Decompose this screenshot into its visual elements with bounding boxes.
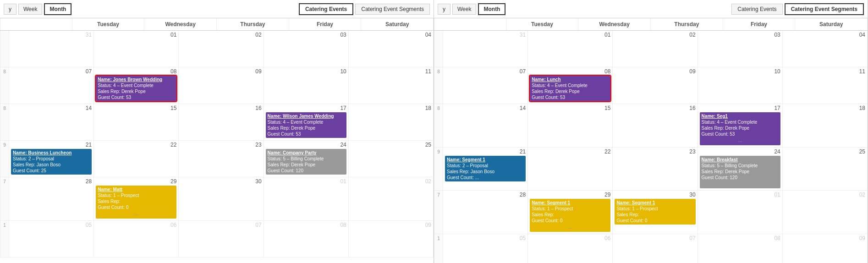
day-cell-3-2[interactable]: 23 <box>179 141 264 177</box>
event-guests: Guest Count: 120 <box>268 168 345 174</box>
day-cell-2-0[interactable]: 14 <box>443 104 528 148</box>
day-cell-5-0[interactable]: 05 <box>9 221 94 258</box>
day-cell-3-0[interactable]: 21Name: Business LuncheonStatus: 2 – Pro… <box>9 141 94 177</box>
tab-catering-event-segments[interactable]: Catering Event Segments <box>355 4 430 15</box>
tab-catering-events[interactable]: Catering Events <box>731 4 782 15</box>
nav-btn-y[interactable]: y <box>4 4 16 15</box>
event-block-3-0-0[interactable]: Name: Business LuncheonStatus: 2 – Propo… <box>11 149 92 175</box>
day-cell-4-2[interactable]: 30 <box>179 177 264 221</box>
event-block-2-3-0[interactable]: Name: Wilson James WeddingStatus: 4 – Ev… <box>266 112 346 138</box>
day-cell-0-1[interactable]: 01 <box>528 31 613 67</box>
event-block-3-0-0[interactable]: Name: Segment 1Status: 2 – ProposalSales… <box>445 156 526 181</box>
nav-btn-y[interactable]: y <box>438 4 450 15</box>
day-cell-1-2[interactable]: 09 <box>179 67 264 104</box>
day-cell-4-3[interactable]: 01 <box>264 177 349 221</box>
week-num-5: 1 <box>0 221 9 258</box>
day-number: 31 <box>445 32 526 38</box>
tab-catering-events[interactable]: Catering Events <box>299 3 353 15</box>
day-cell-5-1[interactable]: 06 <box>528 234 613 263</box>
day-cell-5-0[interactable]: 05 <box>443 234 528 263</box>
event-block-3-3-0[interactable]: Name: Company PartyStatus: 5 – Billing C… <box>266 149 346 175</box>
day-cell-1-3[interactable]: 10 <box>698 67 783 104</box>
day-number: 06 <box>96 222 176 228</box>
day-cell-5-3[interactable]: 08 <box>698 234 783 263</box>
event-block-3-3-0[interactable]: Name: BreakfastStatus: 5 – Billing Compl… <box>700 156 780 189</box>
event-status: Status: 5 – Billing Complete <box>702 163 779 169</box>
day-number: 07 <box>11 68 92 75</box>
day-cell-2-4[interactable]: 18 <box>349 104 434 141</box>
day-number: 14 <box>11 105 92 111</box>
day-cell-1-0[interactable]: 07 <box>9 67 94 104</box>
day-cell-3-3[interactable]: 24Name: Company PartyStatus: 5 – Billing… <box>264 141 349 177</box>
day-cell-0-0[interactable]: 31 <box>9 31 94 67</box>
day-cell-4-0[interactable]: 28 <box>9 177 94 221</box>
event-guests: Guest Count: 0 <box>98 204 175 210</box>
day-cell-4-0[interactable]: 28 <box>443 191 528 234</box>
day-cell-2-3[interactable]: 17Name: Wilson James WeddingStatus: 4 – … <box>264 104 349 141</box>
day-cell-0-1[interactable]: 01 <box>94 31 179 67</box>
day-number: 22 <box>530 148 610 155</box>
day-cell-4-1[interactable]: 29Name: Segment 1Status: 1 – ProspectSal… <box>528 191 613 234</box>
day-cell-5-4[interactable]: 09 <box>783 234 868 263</box>
tab-catering-event-segments[interactable]: Catering Event Segments <box>785 3 864 15</box>
day-cell-4-4[interactable]: 02 <box>349 177 434 221</box>
day-cell-2-2[interactable]: 16 <box>179 104 264 141</box>
day-cell-0-0[interactable]: 31 <box>443 31 528 67</box>
day-cell-2-2[interactable]: 16 <box>613 104 698 148</box>
day-cell-3-3[interactable]: 24Name: BreakfastStatus: 5 – Billing Com… <box>698 148 783 191</box>
event-block-2-3-0[interactable]: Name: Seg1Status: 4 – Event CompleteSale… <box>700 112 780 145</box>
event-block-1-1-0[interactable]: Name: Jones Brown WeddingStatus: 4 – Eve… <box>96 76 176 101</box>
day-cell-4-2[interactable]: 30Name: Segment 1Status: 1 – ProspectSal… <box>613 191 698 234</box>
day-number: 07 <box>445 68 526 75</box>
week-num-0 <box>434 31 443 67</box>
day-cell-5-4[interactable]: 09 <box>349 221 434 258</box>
day-cell-5-2[interactable]: 07 <box>179 221 264 258</box>
day-cell-0-2[interactable]: 02 <box>179 31 264 67</box>
day-cell-3-4[interactable]: 25 <box>349 141 434 177</box>
day-cell-0-3[interactable]: 03 <box>698 31 783 67</box>
day-cell-0-4[interactable]: 04 <box>349 31 434 67</box>
nav-btn-month[interactable]: Month <box>44 3 71 15</box>
day-cell-1-1[interactable]: 08Name: Jones Brown WeddingStatus: 4 – E… <box>94 67 179 104</box>
day-cell-2-3[interactable]: 17Name: Seg1Status: 4 – Event CompleteSa… <box>698 104 783 148</box>
day-cell-2-1[interactable]: 15 <box>528 104 613 148</box>
day-cell-5-1[interactable]: 06 <box>94 221 179 258</box>
day-cell-2-0[interactable]: 14 <box>9 104 94 141</box>
day-cell-4-1[interactable]: 29Name: MattStatus: 1 – ProspectSales Re… <box>94 177 179 221</box>
event-block-4-2-0[interactable]: Name: Segment 1Status: 1 – ProspectSales… <box>615 199 695 225</box>
day-cell-1-1[interactable]: 08Name: LunchStatus: 4 – Event CompleteS… <box>528 67 613 104</box>
event-block-4-1-0[interactable]: Name: Segment 1Status: 1 – ProspectSales… <box>530 199 610 232</box>
header-col-Tuesday: Tuesday <box>72 18 145 30</box>
day-cell-5-3[interactable]: 08 <box>264 221 349 258</box>
day-cell-0-3[interactable]: 03 <box>264 31 349 67</box>
nav-btn-week[interactable]: Week <box>18 4 42 15</box>
week-num-1: 8 <box>434 67 443 104</box>
day-cell-1-4[interactable]: 11 <box>783 67 868 104</box>
day-cell-3-4[interactable]: 25 <box>783 148 868 191</box>
day-cell-1-2[interactable]: 09 <box>613 67 698 104</box>
day-cell-2-4[interactable]: 18 <box>783 104 868 148</box>
event-rep: Sales Rep: Derek Pope <box>98 88 175 94</box>
day-cell-4-3[interactable]: 01 <box>698 191 783 234</box>
day-cell-0-2[interactable]: 02 <box>613 31 698 67</box>
day-number: 18 <box>351 105 431 111</box>
day-cell-3-1[interactable]: 22 <box>528 148 613 191</box>
day-number: 09 <box>351 222 431 228</box>
event-block-1-1-0[interactable]: Name: LunchStatus: 4 – Event CompleteSal… <box>530 76 610 101</box>
day-cell-1-0[interactable]: 07 <box>443 67 528 104</box>
nav-btn-week[interactable]: Week <box>452 4 476 15</box>
event-rep: Sales Rep: <box>532 212 609 218</box>
day-cell-2-1[interactable]: 15 <box>94 104 179 141</box>
day-cell-5-2[interactable]: 07 <box>613 234 698 263</box>
day-cell-1-4[interactable]: 11 <box>349 67 434 104</box>
day-cell-3-1[interactable]: 22 <box>94 141 179 177</box>
day-number: 10 <box>266 68 346 75</box>
day-cell-3-2[interactable]: 23 <box>613 148 698 191</box>
day-cell-0-4[interactable]: 04 <box>783 31 868 67</box>
day-cell-4-4[interactable]: 02 <box>783 191 868 234</box>
event-status: Status: 4 – Event Complete <box>702 119 779 125</box>
nav-btn-month[interactable]: Month <box>478 3 505 15</box>
day-cell-1-3[interactable]: 10 <box>264 67 349 104</box>
day-cell-3-0[interactable]: 21Name: Segment 1Status: 2 – ProposalSal… <box>443 148 528 191</box>
event-block-4-1-0[interactable]: Name: MattStatus: 1 – ProspectSales Rep:… <box>96 186 176 219</box>
